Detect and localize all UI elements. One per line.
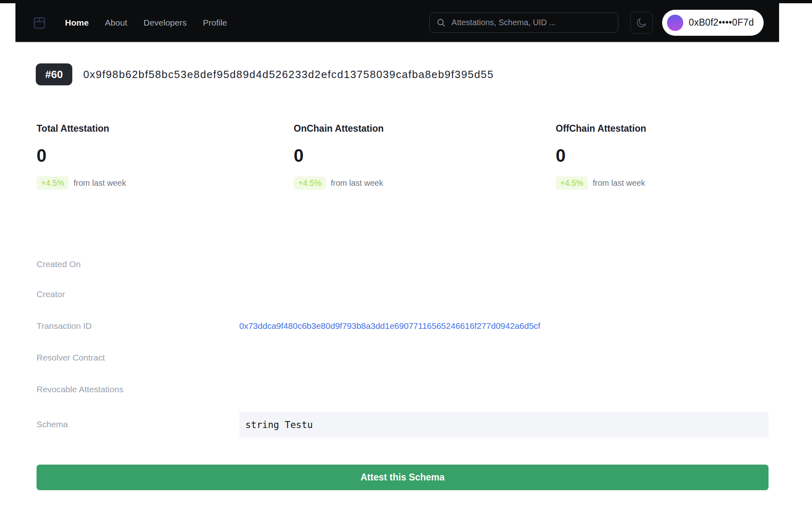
detail-label: Created On	[37, 259, 81, 269]
detail-label: Creator	[37, 289, 65, 299]
stat-card-total: Total Attestation 0 +4.5% from last week	[37, 123, 126, 190]
stat-caption: from last week	[74, 178, 126, 188]
stat-delta-badge: +4.5%	[294, 176, 326, 190]
detail-label: Resolver Contract	[37, 353, 105, 363]
search-icon	[436, 17, 446, 28]
stat-delta-row: +4.5% from last week	[294, 176, 383, 190]
stat-card-onchain: OnChain Attestation 0 +4.5% from last we…	[294, 123, 383, 190]
search-box[interactable]	[429, 13, 618, 33]
nav-link-profile[interactable]: Profile	[203, 18, 227, 28]
schema-header: #60 0x9f98b62bf58bc53e8def95d89d4d526233…	[36, 63, 494, 85]
navbar: Home About Developers Profile	[15, 3, 779, 43]
schema-code-text: string Testu	[245, 419, 313, 430]
top-strip	[0, 0, 812, 3]
detail-label: Transaction ID	[37, 321, 92, 331]
stat-label: OffChain Attestation	[556, 123, 646, 134]
nav-link-about[interactable]: About	[105, 18, 127, 28]
nav-link-home[interactable]: Home	[65, 18, 89, 28]
stat-caption: from last week	[593, 178, 645, 188]
stat-delta-row: +4.5% from last week	[556, 176, 646, 190]
attest-button[interactable]: Attest this Schema	[37, 465, 769, 490]
stat-delta-row: +4.5% from last week	[37, 176, 126, 190]
schema-code-block: string Testu	[239, 412, 769, 437]
stat-value: 0	[37, 146, 126, 166]
stat-delta-badge: +4.5%	[37, 176, 69, 190]
page: Home About Developers Profile	[0, 0, 812, 515]
search-input[interactable]	[451, 17, 612, 28]
moon-icon	[635, 17, 647, 29]
stat-caption: from last week	[331, 178, 383, 188]
detail-label: Schema	[37, 419, 68, 429]
wallet-avatar	[667, 15, 683, 31]
stat-value: 0	[556, 146, 646, 166]
nav-link-developers[interactable]: Developers	[143, 18, 186, 28]
theme-toggle-button[interactable]	[630, 12, 653, 34]
schema-number-badge: #60	[36, 63, 72, 85]
nav-links: Home About Developers Profile	[65, 18, 227, 28]
wallet-address: 0xB0f2••••0F7d	[689, 17, 754, 28]
package-icon	[32, 15, 47, 31]
detail-label: Revocable Attestations	[37, 385, 123, 394]
transaction-link[interactable]: 0x73ddca9f480c6b3e80d9f793b8a3dd1e690771…	[239, 321, 540, 331]
schema-uid: 0x9f98b62bf58bc53e8def95d89d4d526233d2ef…	[83, 68, 494, 81]
stat-value: 0	[294, 146, 383, 166]
stat-delta-badge: +4.5%	[556, 176, 588, 190]
wallet-button[interactable]: 0xB0f2••••0F7d	[662, 10, 764, 36]
stat-label: Total Attestation	[37, 123, 126, 134]
stat-label: OnChain Attestation	[294, 123, 383, 134]
stat-card-offchain: OffChain Attestation 0 +4.5% from last w…	[556, 123, 646, 190]
